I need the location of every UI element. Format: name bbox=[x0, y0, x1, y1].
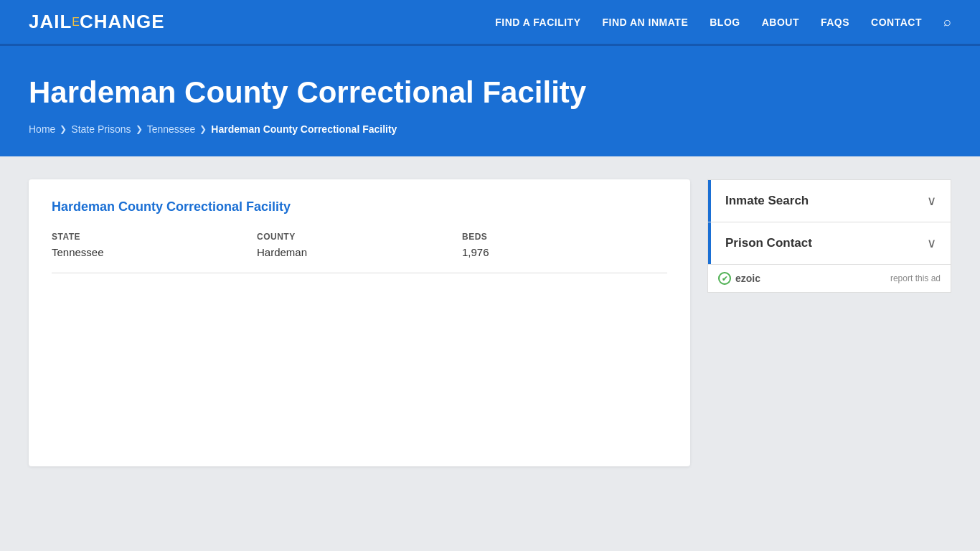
state-col: STATE Tennessee bbox=[52, 232, 257, 258]
breadcrumb-sep-2: ❯ bbox=[136, 124, 143, 134]
prison-contact-accordion: Prison Contact ∨ bbox=[707, 222, 951, 265]
prison-contact-chevron-icon: ∨ bbox=[927, 235, 936, 251]
breadcrumb-sep-1: ❯ bbox=[60, 124, 67, 134]
navbar: JAIL E CHANGE FIND A FACILITY FIND AN IN… bbox=[0, 0, 980, 46]
inmate-search-chevron-icon: ∨ bbox=[927, 193, 936, 209]
breadcrumb-current: Hardeman County Correctional Facility bbox=[211, 123, 397, 135]
breadcrumb-home[interactable]: Home bbox=[29, 123, 55, 135]
sidebar: Inmate Search ∨ Prison Contact ∨ ✔ ezoic… bbox=[707, 179, 951, 293]
nav-about[interactable]: ABOUT bbox=[762, 17, 799, 28]
nav-faqs[interactable]: FAQs bbox=[821, 17, 849, 28]
inmate-search-accordion: Inmate Search ∨ bbox=[707, 179, 951, 222]
ezoic-badge-icon: ✔ bbox=[718, 272, 731, 285]
state-value: Tennessee bbox=[52, 246, 242, 258]
breadcrumb: Home ❯ State Prisons ❯ Tennessee ❯ Harde… bbox=[29, 123, 951, 135]
nav-contact[interactable]: CONTACT bbox=[871, 17, 922, 28]
logo-exchange-text: CHANGE bbox=[80, 11, 165, 33]
nav-find-inmate[interactable]: FIND AN INMATE bbox=[602, 17, 688, 28]
ezoic-label: ezoic bbox=[735, 273, 760, 284]
facility-card: Hardeman County Correctional Facility ST… bbox=[29, 179, 690, 466]
prison-contact-header[interactable]: Prison Contact ∨ bbox=[708, 222, 951, 264]
navbar-links: FIND A FACILITY FIND AN INMATE BLOG ABOU… bbox=[495, 14, 951, 29]
inmate-search-header[interactable]: Inmate Search ∨ bbox=[708, 180, 951, 222]
site-logo[interactable]: JAIL E CHANGE bbox=[29, 11, 165, 33]
breadcrumb-sep-3: ❯ bbox=[199, 124, 207, 134]
ad-bar: ✔ ezoic report this ad bbox=[707, 265, 951, 293]
ezoic-logo: ✔ ezoic bbox=[718, 272, 760, 285]
beds-value: 1,976 bbox=[462, 246, 653, 258]
facility-info-grid: STATE Tennessee COUNTY Hardeman BEDS 1,9… bbox=[52, 232, 667, 258]
divider bbox=[52, 273, 667, 273]
main-content: Hardeman County Correctional Facility ST… bbox=[0, 156, 980, 489]
nav-find-facility[interactable]: FIND A FACILITY bbox=[495, 17, 580, 28]
search-icon[interactable]: ⌕ bbox=[943, 14, 951, 29]
county-label: COUNTY bbox=[257, 232, 448, 242]
breadcrumb-state-prisons[interactable]: State Prisons bbox=[71, 123, 131, 135]
prison-contact-title: Prison Contact bbox=[725, 236, 812, 250]
report-ad-link[interactable]: report this ad bbox=[890, 273, 941, 283]
inmate-search-title: Inmate Search bbox=[725, 194, 809, 208]
breadcrumb-state[interactable]: Tennessee bbox=[147, 123, 196, 135]
hero-section: Hardeman County Correctional Facility Ho… bbox=[0, 46, 980, 156]
county-col: COUNTY Hardeman bbox=[257, 232, 462, 258]
facility-card-title: Hardeman County Correctional Facility bbox=[52, 199, 667, 215]
logo-x-letter: E bbox=[72, 16, 80, 29]
nav-blog[interactable]: BLOG bbox=[710, 17, 740, 28]
county-value: Hardeman bbox=[257, 246, 448, 258]
beds-label: BEDS bbox=[462, 232, 653, 242]
page-title: Hardeman County Correctional Facility bbox=[29, 75, 951, 110]
logo-jail-text: JAIL bbox=[29, 11, 72, 33]
beds-col: BEDS 1,976 bbox=[462, 232, 667, 258]
state-label: STATE bbox=[52, 232, 242, 242]
